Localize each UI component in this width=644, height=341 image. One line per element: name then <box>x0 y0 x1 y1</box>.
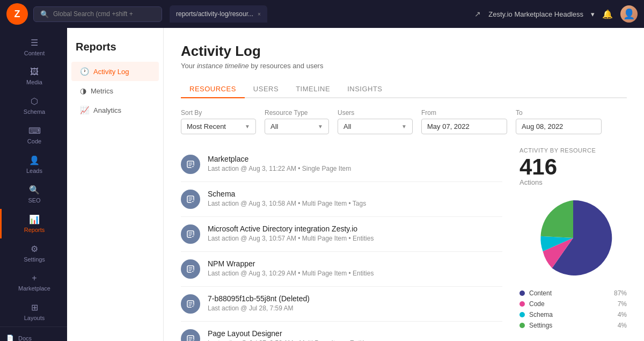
legend-pct: 87% <box>614 289 627 297</box>
legend-label: Schema <box>529 311 553 318</box>
from-value: May 07, 2022 <box>427 122 470 130</box>
activity-log-nav-icon: 🕐 <box>80 67 89 76</box>
chart-count-label: Actions <box>519 178 627 186</box>
sidebar-label-content: Content <box>24 50 45 56</box>
sidebar-item-marketplace[interactable]: + Marketplace <box>0 268 67 297</box>
sort-by-value: Most Recent <box>187 122 226 130</box>
tabs: RESOURCESUSERSTIMELINEINSIGHTS <box>181 81 627 98</box>
legend-dot <box>519 323 525 328</box>
sidebar-item-layouts[interactable]: ⊞ Layouts <box>0 297 67 327</box>
activity-item[interactable]: NPM Wrapper Last action @ Aug 3, 10:29 A… <box>181 252 502 287</box>
users-filter: Users All ▼ <box>338 109 413 134</box>
schema-icon: ⬡ <box>31 96 38 106</box>
close-tab-icon[interactable]: × <box>258 11 261 17</box>
sidebar: ☰ Content 🖼 Media ⬡ Schema ⌨ Code 👤 Lead… <box>0 28 67 341</box>
activity-item[interactable]: 7-b88095f1cb-55j8nt (Deleted) Last actio… <box>181 287 502 322</box>
sidebar-item-schema[interactable]: ⬡ Schema <box>0 91 67 120</box>
activity-info: Schema Last action @ Aug 3, 10:58 AM • M… <box>208 190 366 207</box>
resource-type-chevron-icon: ▼ <box>318 124 323 129</box>
sidebar-item-reports[interactable]: 📊 Reports <box>0 209 67 238</box>
layouts-icon: ⊞ <box>31 302 38 313</box>
reports-nav-analytics[interactable]: 📈 Analytics <box>71 100 159 120</box>
sidebar-item-seo[interactable]: 🔍 SEO <box>0 179 67 209</box>
activity-icon <box>181 155 200 174</box>
workspace-label: Zesty.io Marketplace Headless <box>488 10 583 18</box>
activity-item[interactable]: Schema Last action @ Aug 3, 10:58 AM • M… <box>181 182 502 217</box>
logo[interactable]: Z <box>6 3 28 25</box>
sidebar-item-settings[interactable]: ⚙ Settings <box>0 238 67 268</box>
code-icon: ⌨ <box>28 126 41 136</box>
workspace-dropdown-icon[interactable]: ▾ <box>591 10 595 18</box>
user-avatar[interactable]: 👤 <box>620 5 638 23</box>
seo-icon: 🔍 <box>29 185 40 195</box>
activity-icon <box>181 329 200 341</box>
activity-meta: Last action @ Jul 28, 7:59 AM <box>208 304 310 312</box>
tab-insights[interactable]: INSIGHTS <box>339 81 391 98</box>
sidebar-label-seo: SEO <box>28 197 40 204</box>
legend-pct: 7% <box>618 300 627 308</box>
activity-meta: Last action @ Aug 3, 10:29 AM • Multi Pa… <box>208 270 374 277</box>
activity-meta: Last action @ Aug 3, 11:22 AM • Single P… <box>208 165 351 172</box>
settings-icon: ⚙ <box>31 244 38 254</box>
chart-panel: ACTIVITY BY RESOURCE 416 Actions <box>519 147 627 341</box>
legend-dot <box>519 312 525 317</box>
search-bar[interactable]: 🔍 Global Search (cmd +shift + <box>33 6 162 22</box>
sort-by-select[interactable]: Most Recent ▼ <box>181 119 256 134</box>
legend-item: Content 87% <box>519 289 627 297</box>
sidebar-item-media[interactable]: 🖼 Media <box>0 62 67 91</box>
activity-icon <box>181 259 200 279</box>
activity-info: Microsoft Active Directory integration Z… <box>208 224 374 242</box>
activity-title: 7-b88095f1cb-55j8nt (Deleted) <box>208 294 310 303</box>
analytics-nav-icon: 📈 <box>80 106 89 114</box>
to-input[interactable]: Aug 08, 2022 <box>516 119 602 134</box>
sidebar-label-reports: Reports <box>24 227 45 233</box>
metrics-nav-label: Metrics <box>91 87 113 95</box>
sidebar-label-media: Media <box>26 79 42 85</box>
marketplace-icon: + <box>32 273 36 283</box>
page-title: Activity Log <box>181 43 627 60</box>
analytics-nav-label: Analytics <box>93 106 121 114</box>
content-area: Marketplace Last action @ Aug 3, 11:22 A… <box>181 147 627 341</box>
sidebar-items: ☰ Content 🖼 Media ⬡ Schema ⌨ Code 👤 Lead… <box>0 32 67 327</box>
sidebar-item-content[interactable]: ☰ Content <box>0 32 67 62</box>
sidebar-label-settings: Settings <box>24 256 45 263</box>
sidebar-label-leads: Leads <box>26 168 42 174</box>
media-icon: 🖼 <box>30 67 39 77</box>
resource-type-select[interactable]: All ▼ <box>265 119 329 134</box>
legend-label: Code <box>529 300 545 308</box>
chart-count: 416 <box>519 156 627 178</box>
users-label: Users <box>338 109 413 117</box>
reports-nav-metrics[interactable]: ◑ Metrics <box>71 81 159 100</box>
docs-icon: 📄 <box>6 335 14 341</box>
tab-timeline[interactable]: TIMELINE <box>287 81 339 98</box>
chart-title: ACTIVITY BY RESOURCE <box>519 147 627 154</box>
from-label: From <box>421 109 507 117</box>
tab-resources[interactable]: RESOURCES <box>181 81 245 98</box>
reports-nav-activity-log[interactable]: 🕐 Activity Log <box>71 62 159 81</box>
sidebar-item-leads[interactable]: 👤 Leads <box>0 150 67 179</box>
top-nav: Z 🔍 Global Search (cmd +shift + reports/… <box>0 0 644 28</box>
browser-tab[interactable]: reports/activity-log/resour... × <box>170 5 267 23</box>
legend-label: Content <box>529 289 552 297</box>
sort-by-filter: Sort By Most Recent ▼ <box>181 109 256 134</box>
legend-dot <box>519 291 525 296</box>
legend-item: Settings 4% <box>519 322 627 329</box>
tab-users[interactable]: USERS <box>245 81 287 98</box>
activity-icon <box>181 294 200 314</box>
users-select[interactable]: All ▼ <box>338 119 413 134</box>
from-input[interactable]: May 07, 2022 <box>421 119 507 134</box>
sidebar-item-docs[interactable]: 📄 Docs <box>0 331 67 341</box>
external-link-icon[interactable]: ↗ <box>474 10 481 18</box>
filters: Sort By Most Recent ▼ Resource Type All … <box>181 109 627 134</box>
content-icon: ☰ <box>31 38 38 48</box>
activity-item[interactable]: Page Layout Designer Last action @ Jul 2… <box>181 322 502 341</box>
reports-sidebar-title: Reports <box>67 41 163 62</box>
legend-pct: 4% <box>618 311 627 318</box>
sort-by-label: Sort By <box>181 109 256 117</box>
legend-item: Code 7% <box>519 300 627 308</box>
notification-bell-icon[interactable]: 🔔 <box>602 9 613 19</box>
activity-item[interactable]: Microsoft Active Directory integration Z… <box>181 217 502 252</box>
activity-item[interactable]: Marketplace Last action @ Aug 3, 11:22 A… <box>181 147 502 182</box>
metrics-nav-icon: ◑ <box>80 86 86 95</box>
sidebar-item-code[interactable]: ⌨ Code <box>0 120 67 150</box>
